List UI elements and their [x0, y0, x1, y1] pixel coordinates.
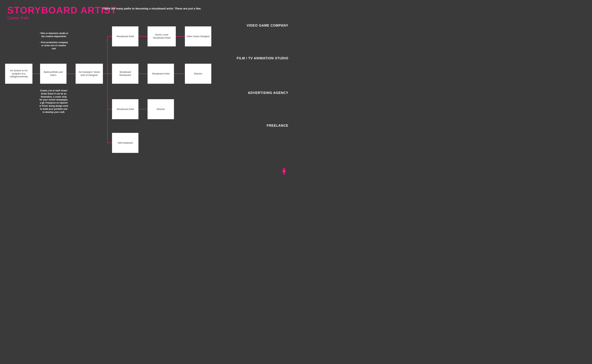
box-build-portfolio: Build portfolio and Intern — [40, 64, 67, 84]
box-senior-sb: Senior Level Storyboard Artist — [147, 26, 176, 46]
logo-area: G — [279, 168, 289, 176]
svg-rect-19 — [285, 170, 286, 171]
box-art-school: Art School or Art program at a college/u… — [5, 64, 33, 84]
box-sb-artist-mid: Storyboard Artist — [147, 64, 174, 84]
mascot-icon: G — [279, 168, 289, 176]
box-self-employed: Self-employed — [112, 133, 139, 153]
category-freelance: FREELANCE — [252, 124, 288, 128]
svg-text:G: G — [284, 170, 285, 172]
box-director-ad: Director — [147, 99, 174, 119]
category-video-game: VIDEO GAME COMPANY — [226, 24, 288, 27]
annotation-portfolio: Create a lot of stuff. Draw! Draw! Draw!… — [39, 89, 68, 114]
box-director-film: Director — [185, 64, 211, 84]
svg-rect-16 — [283, 173, 284, 175]
svg-point-13 — [283, 168, 285, 170]
category-film-tv: FILM / TV ANIMATION STUDIO — [215, 56, 288, 60]
box-video-game-designer: Video Game Designer — [185, 26, 211, 46]
header-note: *There are many paths to becoming a stor… — [102, 7, 201, 10]
box-sb-artist-ad: Storyboard Artist — [112, 99, 139, 119]
box-sb-revisionist: Storyboard Revisionist — [112, 64, 139, 84]
box-sb-artist-top: Storyboard Artist — [112, 26, 139, 46]
annotation-film-studio: - Film or television studio in the creat… — [39, 32, 68, 50]
svg-rect-17 — [284, 173, 285, 175]
page-subtitle: Career Path — [7, 16, 289, 20]
svg-rect-18 — [282, 170, 283, 171]
box-art-assistant: Art Assistant / Some kind of Designer — [76, 64, 103, 84]
page: STORYBOARD ARTIST Career Path *There are… — [0, 0, 296, 182]
category-advertising: ADVERTISING AGENCY — [226, 91, 288, 95]
